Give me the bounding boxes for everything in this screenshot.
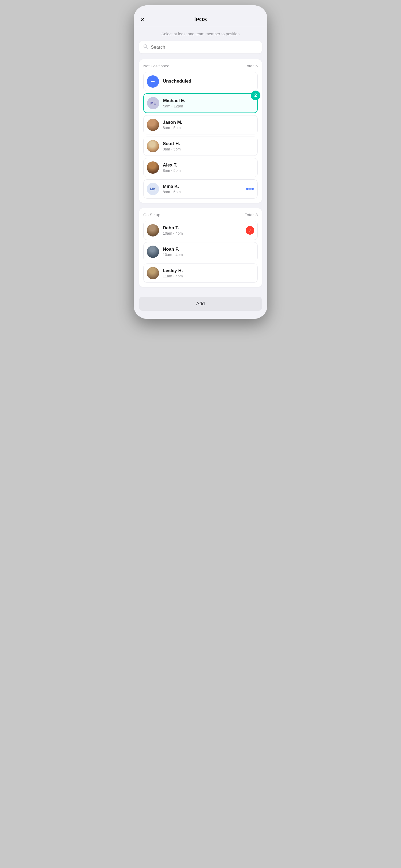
plus-icon: + (151, 78, 155, 85)
status-bar (134, 5, 267, 13)
svg-line-1 (147, 47, 148, 49)
page-title: iPOS (194, 17, 207, 23)
item-name-alex-t: Alex T. (163, 162, 254, 168)
avatar-mina-k: MK (147, 183, 159, 195)
search-input[interactable] (151, 44, 258, 50)
list-item-mina-k[interactable]: MK Mina K. 8am - 5pm (143, 179, 258, 198)
avatar-lesley-h (147, 267, 159, 279)
section-not-positioned-header: Not Positioned Total: 5 (143, 64, 258, 68)
info-icon-dahn-t: i (246, 226, 254, 235)
item-info-noah-f: Noah F. 10am - 4pm (163, 247, 254, 257)
list-item-unscheduled[interactable]: + Unscheduled (143, 72, 258, 91)
selection-badge-michael-e: 2 (251, 91, 260, 100)
item-info-mina-k: Mina K. 8am - 5pm (163, 184, 246, 194)
add-button[interactable]: Add (139, 297, 262, 311)
search-container (139, 41, 262, 54)
list-item-alex-t[interactable]: Alex T. 8am - 5pm (143, 158, 258, 177)
item-time-jason-m: 8am - 5pm (163, 126, 254, 130)
section-on-setup: On Setup Total: 3 Dahn T. 10am - 4pm i (139, 208, 262, 287)
item-info-dahn-t: Dahn T. 10am - 4pm (163, 225, 246, 236)
item-name-mina-k: Mina K. (163, 184, 246, 189)
item-name-scott-h: Scott H. (163, 141, 254, 147)
barbell-icon (246, 185, 254, 193)
avatar-alex-t (147, 161, 159, 174)
avatar-noah-f (147, 246, 159, 258)
section-not-positioned-title: Not Positioned (143, 64, 169, 68)
content-area: Select at least one team member to posit… (134, 26, 267, 292)
subtitle-text: Select at least one team member to posit… (139, 32, 262, 36)
item-name-michael-e: Michael E. (163, 98, 254, 103)
item-time-mina-k: 8am - 5pm (163, 190, 246, 194)
item-info-alex-t: Alex T. 8am - 5pm (163, 162, 254, 173)
section-on-setup-total: Total: 3 (245, 213, 258, 217)
item-name-noah-f: Noah F. (163, 247, 254, 252)
item-time-scott-h: 8am - 5pm (163, 147, 254, 151)
item-info-unscheduled: Unscheduled (163, 79, 254, 85)
info-icon: i (246, 226, 254, 235)
item-name-jason-m: Jason M. (163, 120, 254, 125)
list-item-michael-e[interactable]: ME Michael E. 5am - 12pm 2 (143, 93, 258, 113)
avatar-scott-h (147, 140, 159, 152)
list-item-jason-m[interactable]: Jason M. 8am - 5pm (143, 115, 258, 134)
item-time-lesley-h: 11am - 4pm (163, 274, 254, 278)
svg-rect-6 (247, 188, 253, 190)
item-time-dahn-t: 10am - 4pm (163, 231, 246, 236)
search-icon (143, 44, 148, 50)
list-item-dahn-t[interactable]: Dahn T. 10am - 4pm i (143, 221, 258, 240)
header: ✕ iPOS (134, 13, 267, 26)
section-not-positioned-total: Total: 5 (245, 64, 258, 68)
close-icon: ✕ (140, 17, 145, 23)
section-on-setup-title: On Setup (143, 213, 160, 217)
item-name-lesley-h: Lesley H. (163, 268, 254, 273)
section-not-positioned: Not Positioned Total: 5 + Unscheduled ME (139, 59, 262, 203)
avatar-dahn-t (147, 224, 159, 237)
svg-rect-8 (253, 188, 254, 190)
avatar-plus: + (147, 75, 159, 88)
section-on-setup-header: On Setup Total: 3 (143, 213, 258, 217)
item-info-michael-e: Michael E. 5am - 12pm (163, 98, 254, 108)
item-time-alex-t: 8am - 5pm (163, 168, 254, 173)
item-info-jason-m: Jason M. 8am - 5pm (163, 120, 254, 130)
close-button[interactable]: ✕ (140, 17, 145, 23)
svg-rect-7 (246, 188, 247, 190)
list-item-lesley-h[interactable]: Lesley H. 11am - 4pm (143, 264, 258, 283)
item-name-unscheduled: Unscheduled (163, 79, 254, 84)
item-time-noah-f: 10am - 4pm (163, 252, 254, 257)
list-item-noah-f[interactable]: Noah F. 10am - 4pm (143, 242, 258, 261)
item-time-michael-e: 5am - 12pm (163, 104, 254, 108)
phone-inner: ✕ iPOS Select at least one team member t… (134, 5, 267, 319)
item-info-lesley-h: Lesley H. 11am - 4pm (163, 268, 254, 278)
footer: Add (134, 292, 267, 319)
item-name-dahn-t: Dahn T. (163, 225, 246, 230)
item-info-scott-h: Scott H. 8am - 5pm (163, 141, 254, 151)
avatar-jason-m (147, 119, 159, 131)
list-item-scott-h[interactable]: Scott H. 8am - 5pm (143, 136, 258, 156)
phone-shell: ✕ iPOS Select at least one team member t… (134, 5, 267, 319)
avatar-michael-e: ME (147, 97, 159, 109)
